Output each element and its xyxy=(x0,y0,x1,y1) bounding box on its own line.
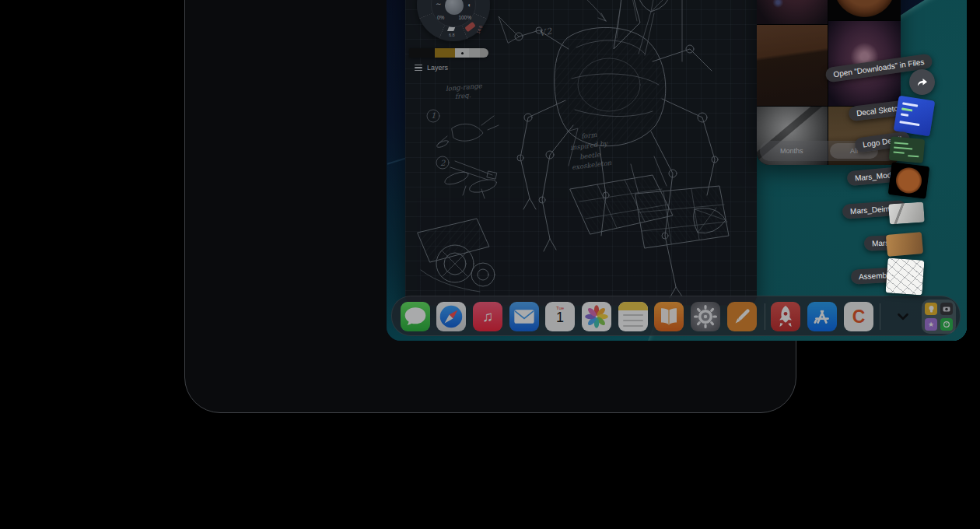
drag-thumb-logo-detail[interactable] xyxy=(889,136,926,163)
drag-drop-layer: Open “Downloads” in Files Decal Sketches… xyxy=(387,0,967,341)
drag-thumb-assembly[interactable] xyxy=(885,257,924,295)
ipad-device-frame: Concepts_blue… 59% 90° PRO ? xyxy=(184,0,796,413)
drag-thumb-decal-sketches[interactable] xyxy=(894,96,936,137)
share-button[interactable] xyxy=(909,69,935,95)
forward-arrow-icon xyxy=(915,76,929,88)
drag-thumb-mars-deimos[interactable] xyxy=(888,201,925,224)
drag-thumb-mars[interactable] xyxy=(886,232,923,257)
ipad-screen: Concepts_blue… 59% 90° PRO ? xyxy=(387,0,967,341)
drag-thumb-mars-model[interactable] xyxy=(888,162,930,199)
